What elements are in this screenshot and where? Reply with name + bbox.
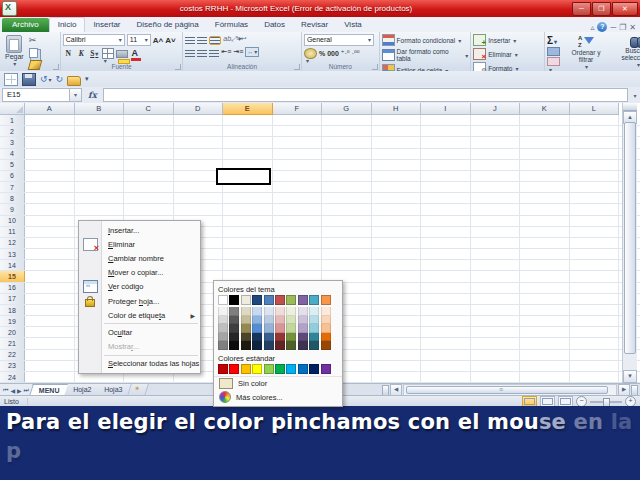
cell-h14[interactable]: [372, 260, 422, 270]
cell-k13[interactable]: [520, 249, 570, 259]
menu-item-seleccionar-todas-las-hojas[interactable]: Seleccionar todas las hojas: [79, 357, 200, 371]
clear-icon[interactable]: [547, 57, 560, 66]
sort-filter-button[interactable]: AZ Ordenar y filtrar: [562, 34, 610, 71]
cell-b1[interactable]: [75, 115, 125, 125]
cell-k1[interactable]: [520, 115, 570, 125]
cell-j4[interactable]: [471, 149, 521, 159]
cell-h23[interactable]: [372, 361, 422, 371]
cell-k21[interactable]: [520, 338, 570, 348]
save-icon[interactable]: [22, 73, 36, 86]
cell-k17[interactable]: [520, 294, 570, 304]
row-header-10[interactable]: 10: [0, 216, 25, 226]
theme-shade-swatch-2-3[interactable]: [241, 333, 251, 342]
column-header-i[interactable]: I: [421, 103, 471, 115]
cell-a16[interactable]: [25, 283, 75, 293]
theme-shade-swatch-3-1[interactable]: [252, 316, 262, 325]
vertical-scrollbar[interactable]: ▲ ▼: [622, 103, 637, 383]
cell-g2[interactable]: [322, 126, 372, 136]
theme-shade-swatch-1-4[interactable]: [229, 341, 239, 350]
row-header-24[interactable]: 24: [0, 372, 25, 382]
cell-j8[interactable]: [471, 193, 521, 203]
column-header-e[interactable]: E: [223, 103, 273, 115]
cell-b5[interactable]: [75, 160, 125, 170]
theme-shade-swatch-2-4[interactable]: [241, 341, 251, 350]
cell-j17[interactable]: [471, 294, 521, 304]
cell-h8[interactable]: [372, 193, 422, 203]
fill-color-icon[interactable]: [116, 50, 128, 58]
cell-l15[interactable]: [570, 271, 620, 281]
customize-qat-icon[interactable]: ▾: [85, 75, 89, 83]
cell-l22[interactable]: [570, 350, 620, 360]
cell-i5[interactable]: [421, 160, 471, 170]
row-header-22[interactable]: 22: [0, 350, 25, 360]
cell-a1[interactable]: [25, 115, 75, 125]
zoom-slider[interactable]: [590, 401, 622, 403]
cell-a5[interactable]: [25, 160, 75, 170]
cell-a7[interactable]: [25, 182, 75, 192]
align-bottom-icon[interactable]: [209, 36, 221, 45]
cell-k2[interactable]: [520, 126, 570, 136]
align-top-icon[interactable]: [185, 37, 195, 44]
number-format-select[interactable]: General: [304, 34, 374, 46]
theme-color-swatch-3[interactable]: [252, 295, 262, 305]
row-header-14[interactable]: 14: [0, 260, 25, 270]
standard-color-swatch-5[interactable]: [275, 364, 285, 374]
cell-d2[interactable]: [174, 126, 224, 136]
cell-e12[interactable]: [223, 238, 273, 248]
cell-g11[interactable]: [322, 227, 372, 237]
cell-j5[interactable]: [471, 160, 521, 170]
cell-e1[interactable]: [223, 115, 273, 125]
cell-j14[interactable]: [471, 260, 521, 270]
row-header-6[interactable]: 6: [0, 171, 25, 181]
font-name-select[interactable]: Calibri: [63, 34, 125, 46]
cell-j24[interactable]: [471, 372, 521, 382]
menu-item-ver-código[interactable]: Ver código: [79, 280, 200, 294]
cell-h15[interactable]: [372, 271, 422, 281]
theme-shade-swatch-1-1[interactable]: [229, 316, 239, 325]
theme-shade-swatch-4-1[interactable]: [264, 316, 274, 325]
cell-l21[interactable]: [570, 338, 620, 348]
theme-shade-swatch-5-1[interactable]: [275, 316, 285, 325]
formula-input[interactable]: [103, 88, 628, 102]
cell-l19[interactable]: [570, 316, 620, 326]
cell-l17[interactable]: [570, 294, 620, 304]
align-left-icon[interactable]: [185, 50, 195, 57]
wrap-text-icon[interactable]: ≡↩: [236, 35, 247, 45]
orientation-icon[interactable]: ab⤢: [223, 35, 234, 45]
theme-shade-swatch-0-3[interactable]: [218, 333, 228, 342]
cell-j12[interactable]: [471, 238, 521, 248]
cell-l5[interactable]: [570, 160, 620, 170]
merge-center-icon[interactable]: ↔: [245, 47, 259, 57]
row-header-7[interactable]: 7: [0, 182, 25, 192]
theme-shade-swatch-8-2[interactable]: [309, 324, 319, 333]
menu-item-eliminar[interactable]: Eliminar: [79, 237, 200, 251]
cell-i24[interactable]: [421, 372, 471, 382]
cell-c7[interactable]: [124, 182, 174, 192]
cell-f14[interactable]: [273, 260, 323, 270]
workbook-close-icon[interactable]: ✕: [629, 23, 636, 32]
cell-j20[interactable]: [471, 327, 521, 337]
cut-icon[interactable]: ✂: [29, 36, 40, 46]
cell-i19[interactable]: [421, 316, 471, 326]
cell-i23[interactable]: [421, 361, 471, 371]
tab-insertar[interactable]: Insertar: [85, 18, 128, 32]
theme-shade-swatch-0-1[interactable]: [218, 316, 228, 325]
percent-button[interactable]: %: [319, 50, 325, 57]
cell-h21[interactable]: [372, 338, 422, 348]
cell-e2[interactable]: [223, 126, 273, 136]
cell-c9[interactable]: [124, 204, 174, 214]
theme-color-swatch-8[interactable]: [309, 295, 319, 305]
cell-j23[interactable]: [471, 361, 521, 371]
standard-color-swatch-8[interactable]: [309, 364, 319, 374]
cell-f3[interactable]: [273, 137, 323, 147]
workbook-restore-icon[interactable]: ❐: [619, 23, 626, 32]
first-sheet-icon[interactable]: ⏮: [3, 387, 8, 394]
cell-f12[interactable]: [273, 238, 323, 248]
cell-i12[interactable]: [421, 238, 471, 248]
bold-button[interactable]: N: [63, 49, 74, 58]
cell-b3[interactable]: [75, 137, 125, 147]
theme-color-swatch-2[interactable]: [241, 295, 251, 305]
theme-shade-swatch-0-4[interactable]: [218, 341, 228, 350]
row-header-3[interactable]: 3: [0, 137, 25, 147]
insert-cells-button[interactable]: Insertar: [473, 34, 542, 46]
